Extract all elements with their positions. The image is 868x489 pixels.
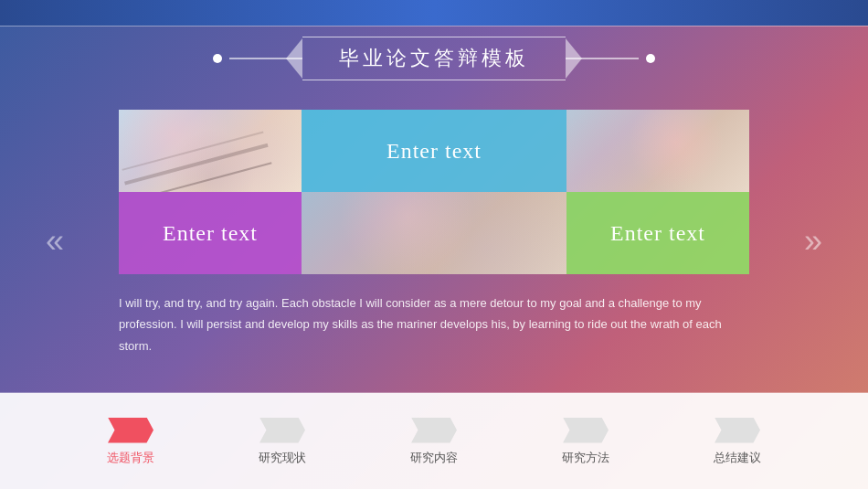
nav-arrow-xuanti <box>103 417 158 444</box>
nav-item-xuanti[interactable]: 选题背景 <box>103 417 158 466</box>
nav-item-yanjiu[interactable]: 研究现状 <box>255 417 310 466</box>
arrow-shape-xuanti <box>108 418 153 443</box>
top-bar <box>0 0 868 26</box>
body-text: I will try, and try, and try again. Each… <box>119 292 749 356</box>
nav-arrow-neirong <box>407 417 461 444</box>
title-area: 毕业论文答辩模板 <box>206 37 662 80</box>
title-box: 毕业论文答辩模板 <box>302 37 566 80</box>
nav-label-xuanti: 选题背景 <box>107 450 154 466</box>
image-grid: Enter text Enter text Enter text <box>119 110 749 274</box>
title-dot-right <box>646 54 655 63</box>
nav-arrow-yanjiu <box>255 417 310 444</box>
nav-item-neirong[interactable]: 研究内容 <box>407 417 461 466</box>
cyan-text-box[interactable]: Enter text <box>302 110 566 192</box>
prev-slide-button[interactable]: « <box>46 221 64 260</box>
cherry-image-mid <box>302 192 566 274</box>
enter-text-2: Enter text <box>163 221 258 246</box>
grid-row-1: Enter text <box>119 110 749 192</box>
cherry-image-right <box>566 110 749 192</box>
nav-arrow-fangfa <box>558 417 613 444</box>
nav-item-zongjie[interactable]: 总结建议 <box>710 417 765 466</box>
green-text-box[interactable]: Enter text <box>566 192 749 274</box>
bottom-navigation: 选题背景 研究现状 研究内容 研究方法 总结建议 <box>0 393 868 489</box>
arrow-shape-yanjiu <box>259 418 305 443</box>
title-dot-left <box>213 54 222 63</box>
title-border <box>0 26 868 27</box>
cherry-image-left <box>119 110 302 192</box>
purple-text-box[interactable]: Enter text <box>119 192 302 274</box>
enter-text-1: Enter text <box>386 139 482 164</box>
nav-arrow-zongjie <box>710 417 765 444</box>
grid-row-2: Enter text Enter text <box>119 192 749 274</box>
arrow-shape-zongjie <box>715 418 760 443</box>
nav-item-fangfa[interactable]: 研究方法 <box>558 417 613 466</box>
main-content: Enter text Enter text Enter text I will … <box>119 110 749 379</box>
next-slide-button[interactable]: » <box>804 221 822 260</box>
nav-label-neirong: 研究内容 <box>410 450 458 466</box>
page-title: 毕业论文答辩模板 <box>339 47 529 69</box>
arrow-shape-fangfa <box>563 418 609 443</box>
enter-text-3: Enter text <box>610 221 705 246</box>
arrow-shape-neirong <box>411 418 457 443</box>
nav-label-zongjie: 总结建议 <box>714 450 761 466</box>
nav-label-fangfa: 研究方法 <box>562 450 609 466</box>
nav-label-yanjiu: 研究现状 <box>259 450 306 466</box>
